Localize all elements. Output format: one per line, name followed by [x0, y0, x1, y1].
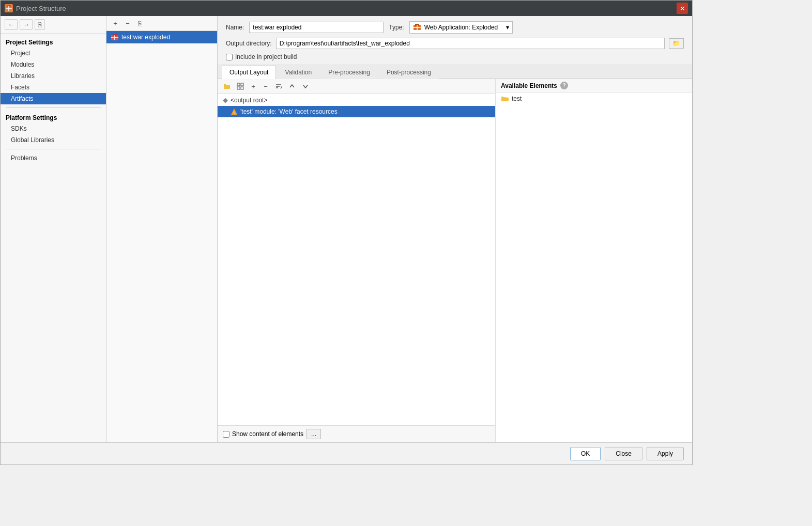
tab-pre-processing[interactable]: Pre-processing: [320, 66, 378, 79]
tree-add-button[interactable]: +: [248, 81, 259, 92]
sort-icon: [275, 83, 282, 90]
name-input[interactable]: [249, 22, 384, 33]
artifact-list-panel: + − ⎘ test:war exploded: [106, 16, 218, 442]
available-panel: Available Elements ? test: [496, 79, 692, 442]
browse-output-dir-button[interactable]: 📁: [669, 38, 684, 49]
close-dialog-button[interactable]: Close: [605, 447, 642, 460]
sidebar-content: Project Settings Project Modules Librari…: [1, 34, 106, 442]
sidebar-item-sdks[interactable]: SDKs: [1, 123, 106, 134]
tab-validation[interactable]: Validation: [277, 66, 319, 79]
grid-icon: [237, 83, 244, 90]
platform-settings-header: Platform Settings: [1, 111, 106, 123]
sidebar-item-problems[interactable]: Problems: [1, 152, 106, 164]
available-content: test: [496, 92, 692, 442]
type-value: Web Application: Exploded: [424, 24, 498, 31]
tree-up-button[interactable]: [286, 81, 298, 92]
output-dir-input[interactable]: [276, 38, 665, 49]
artifact-list: test:war exploded: [106, 31, 217, 442]
tree-item-test-web-facet[interactable]: ! 'test' module: 'Web' facet resources: [218, 106, 495, 117]
bottom-bar: Show content of elements ...: [218, 425, 495, 442]
sidebar-nav: ← → ⎘: [1, 16, 106, 34]
name-label: Name:: [226, 24, 244, 31]
sidebar: ← → ⎘ Project Settings Project Modules L…: [1, 16, 106, 442]
help-icon[interactable]: ?: [560, 82, 568, 89]
down-arrow-icon: [302, 83, 309, 90]
forward-button[interactable]: →: [20, 19, 33, 30]
output-dir-row: Output directory: 📁: [226, 38, 684, 49]
name-type-row: Name: Type: Web Application: Exploded: [226, 21, 684, 34]
ellipsis-button[interactable]: ...: [307, 429, 321, 439]
project-settings-header: Project Settings: [1, 36, 106, 48]
folder-yellow-icon: [501, 95, 509, 103]
tree-sort-button[interactable]: [272, 81, 285, 92]
tab-post-processing[interactable]: Post-processing: [379, 66, 439, 79]
sidebar-item-modules[interactable]: Modules: [1, 59, 106, 70]
browse-icon: 📁: [672, 40, 680, 47]
sidebar-divider: [6, 107, 101, 108]
include-in-build-checkbox[interactable]: [226, 54, 233, 60]
web-facet-icon: !: [231, 108, 238, 115]
artifact-list-toolbar: + − ⎘: [106, 16, 217, 31]
add-artifact-button[interactable]: +: [110, 18, 121, 29]
tree-item-output-root[interactable]: ◆ <output root>: [218, 94, 495, 106]
output-layout-content: + −: [218, 79, 692, 442]
apply-button[interactable]: Apply: [647, 447, 684, 460]
main-header: Name: Type: Web Application: Exploded: [218, 16, 692, 65]
svg-rect-14: [237, 87, 240, 89]
dialog-footer: OK Close Apply: [1, 442, 692, 465]
close-button[interactable]: ✕: [677, 3, 688, 14]
sidebar-item-libraries[interactable]: Libraries: [1, 70, 106, 82]
svg-text:!: !: [234, 111, 235, 115]
tree-folder-button[interactable]: [221, 81, 233, 92]
type-icon: [413, 23, 421, 32]
copy-nav-button[interactable]: ⎘: [35, 19, 45, 30]
up-arrow-icon: [288, 83, 296, 90]
output-dir-label: Output directory:: [226, 40, 272, 47]
svg-rect-15: [241, 87, 243, 89]
main-content: Name: Type: Web Application: Exploded: [218, 16, 692, 442]
dialog-title: Project Structure: [16, 5, 66, 12]
svg-rect-12: [237, 83, 240, 86]
ok-button[interactable]: OK: [570, 447, 601, 460]
available-item-test[interactable]: test: [496, 92, 692, 105]
folder-icon: [223, 83, 231, 90]
include-in-build-label[interactable]: Include in project build: [235, 53, 297, 60]
show-content-row: Show content of elements: [223, 430, 303, 438]
tree-content: ◆ <output root> ! 'test' module: 'Web' f…: [218, 94, 495, 425]
title-bar: Project Structure ✕: [1, 1, 692, 16]
tab-output-layout[interactable]: Output Layout: [222, 66, 276, 79]
show-content-checkbox[interactable]: [223, 431, 229, 438]
include-in-build-row: Include in project build: [226, 53, 684, 60]
remove-artifact-button[interactable]: −: [122, 18, 133, 29]
available-elements-header: Available Elements ?: [496, 79, 692, 92]
sidebar-item-artifacts[interactable]: Artifacts: [1, 93, 106, 104]
sidebar-divider-2: [6, 149, 101, 149]
tree-toolbar: + −: [218, 79, 495, 94]
tree-grid-button[interactable]: [234, 81, 247, 92]
sidebar-item-facets[interactable]: Facets: [1, 82, 106, 93]
sidebar-item-project[interactable]: Project: [1, 48, 106, 59]
sidebar-item-global-libraries[interactable]: Global Libraries: [1, 134, 106, 146]
svg-rect-13: [241, 83, 243, 86]
type-label: Type:: [389, 24, 404, 31]
tree-remove-button[interactable]: −: [260, 81, 271, 92]
show-content-label[interactable]: Show content of elements: [232, 430, 303, 438]
tabs-bar: Output Layout Validation Pre-processing …: [218, 65, 692, 79]
artifact-icon: [111, 33, 119, 41]
type-dropdown[interactable]: Web Application: Exploded ▾: [409, 21, 513, 34]
app-icon: [5, 4, 13, 12]
dropdown-arrow-icon: ▾: [506, 24, 509, 31]
tree-down-button[interactable]: [299, 81, 312, 92]
tree-panel: + −: [218, 79, 496, 442]
copy-artifact-button[interactable]: ⎘: [134, 18, 146, 29]
diamond-icon: ◆: [223, 96, 228, 104]
artifact-item-test-war-exploded[interactable]: test:war exploded: [106, 31, 217, 43]
back-button[interactable]: ←: [5, 19, 18, 30]
